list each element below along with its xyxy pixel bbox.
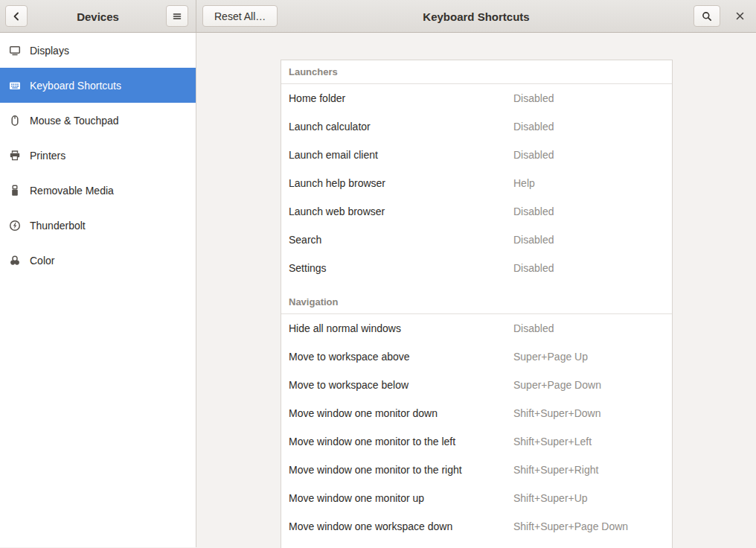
shortcut-row[interactable]: Move window one monitor downShift+Super+…: [281, 399, 672, 427]
sidebar-item-removable-media[interactable]: Removable Media: [0, 173, 196, 208]
shortcut-row[interactable]: Home folderDisabled: [281, 84, 672, 112]
mouse-icon: [9, 115, 21, 127]
shortcut-label: Launch web browser: [289, 206, 513, 217]
shortcut-value: Disabled: [513, 92, 554, 104]
removable-media-icon: [9, 185, 21, 197]
shortcut-row[interactable]: SettingsDisabled: [281, 254, 672, 282]
shortcut-value: Disabled: [513, 149, 554, 161]
sidebar-item-label: Color: [30, 255, 54, 267]
search-button[interactable]: [693, 5, 720, 27]
shortcut-value: Shift+Super+Right: [513, 464, 598, 476]
sidebar-item-label: Mouse & Touchpad: [30, 115, 119, 127]
shortcuts-card: LaunchersHome folderDisabledLaunch calcu…: [281, 60, 673, 548]
shortcut-row[interactable]: Launch web browserDisabled: [281, 197, 672, 226]
shortcut-row[interactable]: Move window one monitor upShift+Super+Up: [281, 484, 672, 512]
shortcut-label: Move to workspace below: [289, 379, 513, 391]
shortcut-row[interactable]: Launch calculatorDisabled: [281, 112, 672, 141]
page-title: Keyboard Shortcuts: [423, 10, 529, 22]
shortcut-label: Launch calculator: [289, 121, 513, 133]
shortcut-row[interactable]: Hide all normal windowsDisabled: [281, 314, 672, 342]
sidebar-item-label: Thunderbolt: [30, 220, 86, 232]
keyboard-icon: [9, 80, 21, 92]
hamburger-menu-icon: [171, 10, 183, 22]
shortcut-label: Move window one monitor to the left: [289, 436, 513, 447]
menu-button[interactable]: [166, 5, 188, 27]
shortcut-row[interactable]: Move window one monitor to the leftShift…: [281, 427, 672, 456]
sidebar: DisplaysKeyboard ShortcutsMouse & Touchp…: [0, 33, 196, 547]
shortcut-label: Move window one monitor to the right: [289, 464, 513, 476]
reset-all-button[interactable]: Reset All…: [202, 5, 278, 27]
sidebar-item-label: Removable Media: [30, 185, 114, 197]
search-icon: [701, 10, 713, 22]
shortcut-row[interactable]: Launch email clientDisabled: [281, 141, 672, 169]
shortcut-value: Disabled: [513, 262, 554, 274]
shortcut-value: Super+Page Down: [513, 379, 601, 391]
shortcut-label: Home folder: [289, 92, 513, 104]
sidebar-item-label: Keyboard Shortcuts: [30, 80, 121, 92]
shortcut-value: Shift+Super+Down: [513, 407, 601, 419]
shortcut-row[interactable]: Launch help browserHelp: [281, 169, 672, 197]
shortcut-label: Launch help browser: [289, 177, 513, 189]
printer-icon: [9, 150, 21, 162]
display-icon: [9, 45, 21, 57]
back-button[interactable]: [5, 5, 28, 27]
shortcut-label: Move window one workspace down: [289, 520, 513, 532]
sidebar-item-displays[interactable]: Displays: [0, 33, 196, 68]
shortcut-row[interactable]: SearchDisabled: [281, 226, 672, 254]
shortcut-value: Disabled: [513, 121, 554, 133]
close-icon: [734, 10, 746, 22]
color-icon: [9, 255, 21, 267]
sidebar-item-label: Printers: [30, 150, 65, 162]
shortcut-label: Move window one monitor down: [289, 407, 513, 419]
shortcut-value: Help: [513, 177, 535, 189]
shortcut-row[interactable]: Move to workspace aboveSuper+Page Up: [281, 342, 672, 371]
sidebar-item-mouse-touchpad[interactable]: Mouse & Touchpad: [0, 103, 196, 138]
section-header-navigation: Navigation: [281, 290, 672, 314]
thunderbolt-icon: [9, 220, 21, 232]
shortcut-value: Disabled: [513, 322, 554, 334]
content-area: LaunchersHome folderDisabledLaunch calcu…: [196, 33, 756, 547]
sidebar-item-printers[interactable]: Printers: [0, 138, 196, 173]
shortcut-value: Disabled: [513, 234, 554, 246]
sidebar-item-label: Displays: [30, 45, 69, 57]
shortcut-label: Hide all normal windows: [289, 322, 513, 334]
shortcut-label: Move window one monitor up: [289, 492, 513, 504]
shortcut-label: Search: [289, 234, 513, 246]
sidebar-item-keyboard-shortcuts[interactable]: Keyboard Shortcuts: [0, 68, 196, 103]
sidebar-item-color[interactable]: Color: [0, 243, 196, 278]
sidebar-item-thunderbolt[interactable]: Thunderbolt: [0, 208, 196, 243]
close-button[interactable]: [729, 6, 750, 27]
devices-title: Devices: [77, 10, 119, 22]
shortcut-row[interactable]: Move to workspace belowSuper+Page Down: [281, 371, 672, 399]
shortcut-value: Super+Page Up: [513, 351, 588, 363]
shortcut-value: Shift+Super+Up: [513, 492, 588, 504]
shortcut-label: Move to workspace above: [289, 351, 513, 363]
shortcut-row[interactable]: Move window one monitor to the rightShif…: [281, 456, 672, 484]
shortcut-label: Settings: [289, 262, 513, 274]
headerbar: Devices Reset All… Keyboard Shortcuts: [0, 0, 756, 33]
shortcut-row[interactable]: Move window one workspace downShift+Supe…: [281, 512, 672, 541]
shortcut-value: Disabled: [513, 206, 554, 217]
chevron-left-icon: [10, 10, 22, 22]
section-header-launchers: Launchers: [281, 60, 672, 84]
shortcut-label: Launch email client: [289, 149, 513, 161]
shortcut-value: Shift+Super+Page Down: [513, 520, 628, 532]
app-body: DisplaysKeyboard ShortcutsMouse & Touchp…: [0, 33, 756, 547]
headerbar-main: Reset All… Keyboard Shortcuts: [196, 0, 756, 32]
shortcut-value: Shift+Super+Left: [513, 436, 592, 447]
headerbar-left: Devices: [0, 0, 196, 32]
